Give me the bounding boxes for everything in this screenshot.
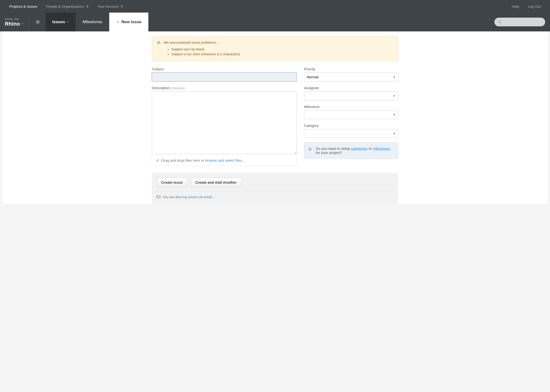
project-name: Rhino ▼: [5, 21, 24, 27]
error-alert: We encountered some problems… Subject ca…: [152, 36, 398, 61]
top-nav: Projects & Issues People & Organizations…: [0, 0, 550, 13]
nav-help[interactable]: Help: [507, 0, 524, 13]
nav-logout[interactable]: Log Out: [524, 0, 545, 13]
org-name: Acme, Inc.: [5, 17, 24, 21]
description-label: Description (Optional): [152, 86, 297, 90]
create-add-another-button[interactable]: Create and Add Another: [191, 178, 241, 187]
nav-projects-issues[interactable]: Projects & Issues: [5, 0, 42, 13]
search-input[interactable]: [494, 18, 545, 26]
warning-icon: [157, 41, 161, 44]
alert-error-list: Subject can't be blank Subject is too sh…: [157, 47, 393, 56]
tab-milestones[interactable]: Milestones: [76, 13, 109, 31]
priority-label: Priority: [304, 67, 398, 71]
mail-icon: [157, 196, 160, 198]
chevron-down-icon: ▼: [21, 22, 24, 25]
priority-select[interactable]: Normal: [304, 73, 398, 81]
form-actions: Create Issue Create and Add Another You …: [152, 173, 398, 204]
browse-files-link[interactable]: browse and select files…: [205, 158, 246, 162]
settings-stack-icon: [308, 147, 312, 151]
paperclip-icon: [155, 159, 159, 162]
bell-icon: [120, 5, 123, 8]
alert-error-item: Subject can't be blank: [171, 47, 393, 51]
categories-link[interactable]: categories: [351, 146, 368, 151]
nav-people-orgs[interactable]: People & Organizations: [42, 0, 93, 13]
tab-new-issue-label: New Issue: [121, 20, 141, 24]
plus-icon: [116, 20, 120, 24]
category-select[interactable]: [304, 129, 398, 138]
infobox-text: for your project?: [316, 151, 342, 155]
description-optional-text: (Optional): [171, 86, 185, 90]
assignee-select[interactable]: [304, 91, 398, 100]
project-settings-button[interactable]: [30, 13, 45, 31]
milestone-select[interactable]: [304, 110, 398, 119]
tab-issues-label: Issues: [52, 20, 65, 24]
search-icon: [498, 20, 502, 24]
nav-your-account[interactable]: Your Account: [93, 0, 128, 13]
infobox-text: or: [368, 146, 373, 151]
create-issue-button[interactable]: Create Issue: [157, 178, 187, 187]
nav-people-label: People & Organizations: [46, 4, 84, 8]
log-via-email-link[interactable]: log issues via email…: [183, 195, 215, 199]
milestones-link[interactable]: milestones: [373, 146, 390, 151]
subject-label: Subject: [152, 67, 297, 71]
tab-new-issue[interactable]: New Issue: [109, 13, 148, 31]
project-name-text: Rhino: [5, 21, 20, 27]
file-dropzone[interactable]: Drag and drop files here or browse and s…: [152, 155, 297, 166]
tab-issues[interactable]: Issues ▼: [45, 13, 76, 31]
sub-nav: Acme, Inc. Rhino ▼ Issues ▼ Milestones N…: [0, 13, 550, 31]
assignee-label: Assignee: [304, 86, 398, 90]
gear-icon: [35, 20, 40, 24]
chevron-down-icon: ▼: [66, 21, 69, 23]
setup-infobox: Do you want to setup categories or miles…: [304, 142, 398, 159]
milestone-label: Milestone: [304, 105, 398, 109]
nav-account-label: Your Account: [98, 4, 119, 8]
alert-title: We encountered some problems…: [164, 40, 220, 44]
subject-input[interactable]: [152, 73, 297, 81]
dropzone-text: Drag and drop files here or: [161, 158, 205, 162]
infobox-text: Do you want to setup: [316, 146, 351, 151]
category-label: Category: [304, 123, 398, 128]
email-note-text: You can also: [162, 195, 183, 199]
project-selector[interactable]: Acme, Inc. Rhino ▼: [0, 13, 30, 31]
alert-error-item: Subject is too short (minimum is 2 chara…: [171, 52, 393, 56]
bell-icon: [86, 5, 89, 8]
description-label-text: Description: [152, 86, 170, 90]
description-textarea[interactable]: [152, 91, 297, 154]
